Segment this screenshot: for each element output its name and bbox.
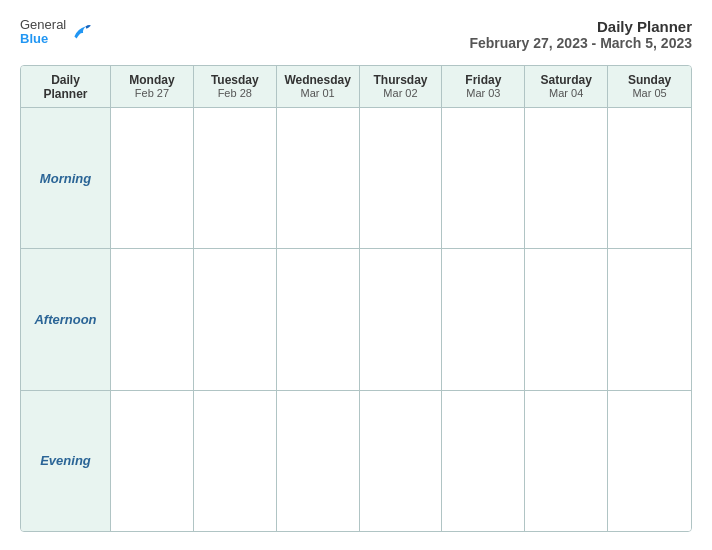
cell-evening-saturday[interactable] xyxy=(525,391,608,531)
row-label-afternoon: Afternoon xyxy=(21,249,111,389)
header-day-saturday: Saturday Mar 04 xyxy=(525,66,608,107)
day-name-thursday: Thursday xyxy=(364,73,438,87)
header-day-sunday: Sunday Mar 05 xyxy=(608,66,691,107)
cell-morning-friday[interactable] xyxy=(442,108,525,248)
cell-morning-sunday[interactable] xyxy=(608,108,691,248)
cell-evening-thursday[interactable] xyxy=(360,391,443,531)
header-day-friday: Friday Mar 03 xyxy=(442,66,525,107)
header-day-wednesday: Wednesday Mar 01 xyxy=(277,66,360,107)
row-evening: Evening xyxy=(21,391,691,531)
planner-label-line2: Planner xyxy=(43,87,87,101)
cell-morning-tuesday[interactable] xyxy=(194,108,277,248)
logo-text: General Blue xyxy=(20,18,66,47)
cell-evening-friday[interactable] xyxy=(442,391,525,531)
day-date-thursday: Mar 02 xyxy=(364,87,438,99)
cell-afternoon-sunday[interactable] xyxy=(608,249,691,389)
day-name-monday: Monday xyxy=(115,73,189,87)
logo-bird-icon xyxy=(70,21,92,43)
cell-afternoon-tuesday[interactable] xyxy=(194,249,277,389)
page-subtitle: February 27, 2023 - March 5, 2023 xyxy=(469,35,692,51)
row-afternoon: Afternoon xyxy=(21,249,691,390)
day-name-friday: Friday xyxy=(446,73,520,87)
row-label-morning: Morning xyxy=(21,108,111,248)
cell-afternoon-saturday[interactable] xyxy=(525,249,608,389)
header-day-tuesday: Tuesday Feb 28 xyxy=(194,66,277,107)
day-name-saturday: Saturday xyxy=(529,73,603,87)
day-date-monday: Feb 27 xyxy=(115,87,189,99)
header-planner-cell: Daily Planner xyxy=(21,66,111,107)
day-date-saturday: Mar 04 xyxy=(529,87,603,99)
calendar-body: Morning Afternoon xyxy=(21,108,691,531)
title-area: Daily Planner February 27, 2023 - March … xyxy=(469,18,692,51)
header-day-thursday: Thursday Mar 02 xyxy=(360,66,443,107)
row-label-evening: Evening xyxy=(21,391,111,531)
planner-label-line1: Daily xyxy=(51,73,80,87)
cell-evening-tuesday[interactable] xyxy=(194,391,277,531)
header: General Blue Daily Planner February 27, … xyxy=(20,18,692,51)
cell-afternoon-wednesday[interactable] xyxy=(277,249,360,389)
cell-afternoon-friday[interactable] xyxy=(442,249,525,389)
day-date-sunday: Mar 05 xyxy=(612,87,687,99)
day-date-friday: Mar 03 xyxy=(446,87,520,99)
logo-general-text: General xyxy=(20,18,66,32)
cell-morning-monday[interactable] xyxy=(111,108,194,248)
cell-morning-wednesday[interactable] xyxy=(277,108,360,248)
page: General Blue Daily Planner February 27, … xyxy=(0,0,712,550)
cell-morning-thursday[interactable] xyxy=(360,108,443,248)
page-title: Daily Planner xyxy=(469,18,692,35)
cell-evening-wednesday[interactable] xyxy=(277,391,360,531)
day-name-sunday: Sunday xyxy=(612,73,687,87)
day-date-tuesday: Feb 28 xyxy=(198,87,272,99)
day-name-tuesday: Tuesday xyxy=(198,73,272,87)
header-day-monday: Monday Feb 27 xyxy=(111,66,194,107)
row-morning: Morning xyxy=(21,108,691,249)
day-name-wednesday: Wednesday xyxy=(281,73,355,87)
logo-area: General Blue xyxy=(20,18,92,47)
logo-blue-text: Blue xyxy=(20,32,66,46)
cell-afternoon-monday[interactable] xyxy=(111,249,194,389)
cell-morning-saturday[interactable] xyxy=(525,108,608,248)
calendar-header-row: Daily Planner Monday Feb 27 Tuesday Feb … xyxy=(21,66,691,108)
cell-evening-sunday[interactable] xyxy=(608,391,691,531)
cell-evening-monday[interactable] xyxy=(111,391,194,531)
cell-afternoon-thursday[interactable] xyxy=(360,249,443,389)
calendar: Daily Planner Monday Feb 27 Tuesday Feb … xyxy=(20,65,692,532)
day-date-wednesday: Mar 01 xyxy=(281,87,355,99)
